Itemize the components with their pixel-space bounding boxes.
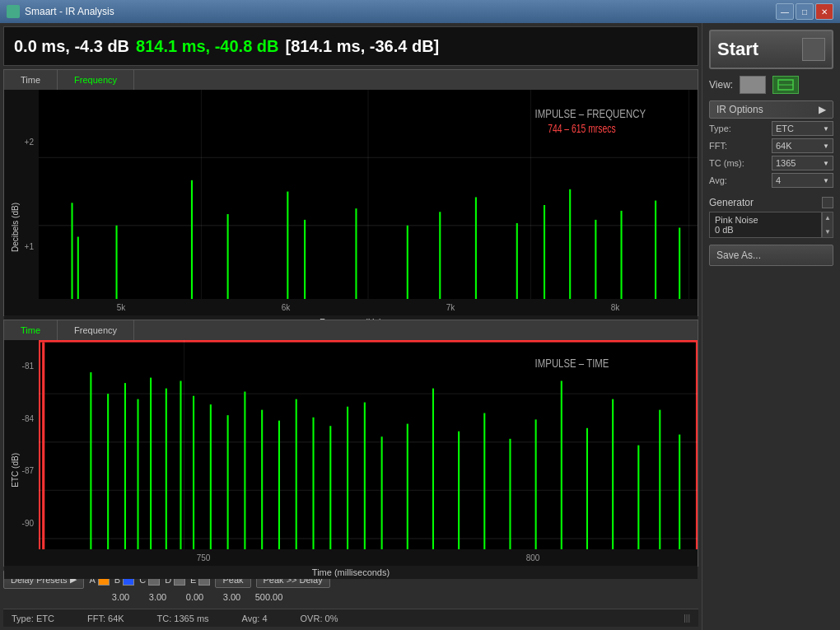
svg-text:744 – 615 mrsecs: 744 – 615 mrsecs: [548, 123, 615, 136]
svg-rect-17: [516, 223, 518, 299]
svg-rect-48: [296, 399, 297, 549]
start-button[interactable]: Start: [709, 30, 833, 69]
svg-text:IMPULSE – TIME: IMPULSE – TIME: [535, 356, 609, 370]
tc-arrow: ▼: [823, 160, 829, 167]
freq-y-label-2: +2: [25, 138, 34, 147]
preset-b-value: 3.00: [139, 592, 176, 602]
generator-scrollbar[interactable]: ▲ ▼: [822, 212, 833, 238]
fft-select[interactable]: 64K ▼: [772, 138, 833, 153]
window-controls: — □ ✕: [776, 3, 833, 20]
view-row: View:: [709, 76, 833, 94]
view-label: View:: [709, 79, 733, 91]
fft-arrow: ▼: [823, 142, 829, 150]
svg-rect-19: [569, 189, 571, 299]
minimize-button[interactable]: —: [776, 3, 794, 20]
svg-rect-16: [475, 197, 477, 299]
tc-label: TC (ms):: [709, 158, 744, 168]
type-value: ETC: [776, 124, 794, 133]
left-panel: 0.0 ms, -4.3 dB 814.1 ms, -40.8 dB [814.…: [0, 23, 702, 630]
freq-x-7k: 7k: [446, 303, 455, 312]
svg-rect-28: [39, 340, 698, 343]
svg-rect-8: [116, 226, 118, 299]
svg-rect-21: [620, 211, 622, 299]
ir-options-arrow: ▶: [819, 104, 826, 115]
preset-values-row: 3.00 3.00 0.00 3.00 500.00: [3, 592, 698, 602]
svg-rect-62: [612, 399, 614, 549]
svg-rect-10: [227, 214, 229, 299]
main-container: 0.0 ms, -4.3 dB 814.1 ms, -40.8 dB [814.…: [0, 23, 840, 630]
svg-rect-23: [679, 228, 680, 299]
view-white-button[interactable]: [740, 76, 766, 94]
svg-rect-27: [696, 340, 698, 549]
svg-rect-40: [166, 389, 167, 549]
preset-a-value: 3.00: [102, 592, 139, 602]
generator-db: 0 dB: [715, 225, 816, 235]
svg-rect-41: [180, 380, 181, 549]
time-y-81: -81: [22, 362, 34, 371]
svg-rect-58: [509, 439, 511, 549]
freq-chart-tabs: Time Frequency: [4, 70, 698, 90]
svg-rect-60: [561, 380, 562, 549]
svg-rect-44: [227, 415, 229, 549]
svg-rect-38: [137, 399, 138, 549]
status-avg: Avg: 4: [242, 614, 268, 623]
type-arrow: ▼: [823, 125, 829, 133]
freq-y-label-1: +1: [25, 242, 34, 251]
time-chart-area: IMPULSE – TIME: [39, 340, 698, 549]
freq-tab-time[interactable]: Time: [4, 70, 58, 90]
maximize-button[interactable]: □: [796, 3, 814, 20]
svg-rect-59: [535, 419, 537, 549]
freq-y-axis-title: Decibels (dB): [11, 203, 20, 252]
svg-rect-26: [39, 340, 40, 549]
svg-rect-64: [659, 410, 660, 549]
avg-select[interactable]: 4 ▼: [772, 173, 833, 188]
svg-rect-52: [364, 403, 366, 549]
svg-rect-50: [329, 426, 331, 549]
svg-rect-46: [261, 410, 263, 549]
tc-select[interactable]: 1365 ▼: [772, 156, 833, 170]
preset-d-value: 3.00: [213, 592, 250, 602]
freq-x-6k: 6k: [282, 303, 291, 312]
app-icon: [7, 5, 20, 18]
frequency-chart-container: Time Frequency +2 +1 Decibels (dB): [3, 69, 698, 316]
header-display: 0.0 ms, -4.3 dB 814.1 ms, -40.8 dB [814.…: [3, 26, 698, 66]
svg-rect-51: [347, 407, 348, 549]
right-panel: Start View: IR Options ▶ Type:: [702, 23, 840, 630]
generator-section: Generator Pink Noise 0 dB ▲ ▼: [709, 197, 833, 238]
status-fft: FFT: 64K: [87, 614, 124, 623]
svg-rect-47: [278, 421, 280, 549]
status-ovr: OVR: 0%: [301, 614, 338, 623]
view-green-button[interactable]: [772, 76, 799, 94]
svg-rect-13: [355, 208, 357, 299]
type-select[interactable]: ETC ▼: [772, 121, 833, 136]
option-avg-row: Avg: 4 ▼: [709, 173, 833, 188]
time-y-84: -84: [22, 414, 34, 423]
svg-rect-49: [312, 418, 314, 549]
fft-value: 64K: [776, 141, 792, 151]
generator-checkbox[interactable]: [822, 197, 833, 208]
svg-rect-36: [107, 394, 109, 549]
save-as-button[interactable]: Save As...: [709, 245, 833, 266]
header-value1: 0.0 ms, -4.3 dB: [14, 37, 129, 56]
preset-c-value: 0.00: [176, 592, 213, 602]
time-y-87: -87: [22, 466, 34, 475]
time-tab-time[interactable]: Time: [4, 320, 58, 340]
svg-rect-34: [42, 343, 44, 549]
svg-rect-37: [124, 383, 126, 549]
time-x-800: 800: [526, 553, 540, 562]
avg-value: 4: [776, 175, 781, 185]
freq-x-8k: 8k: [611, 303, 620, 312]
status-bar: Type: ETC FFT: 64K TC: 1365 ms Avg: 4 OV…: [3, 609, 698, 627]
generator-select[interactable]: Pink Noise 0 dB: [709, 212, 822, 238]
svg-rect-43: [210, 404, 212, 549]
ir-options-header[interactable]: IR Options ▶: [709, 100, 833, 119]
freq-tab-frequency[interactable]: Frequency: [58, 70, 134, 90]
window-title: Smaart - IR Analysis: [25, 6, 771, 17]
view-green-icon: [777, 79, 794, 91]
close-button[interactable]: ✕: [815, 3, 833, 20]
svg-rect-11: [287, 192, 288, 299]
time-tab-frequency[interactable]: Frequency: [58, 320, 134, 340]
svg-rect-14: [407, 226, 408, 299]
status-type: Type: ETC: [12, 614, 54, 623]
generator-label: Generator: [709, 197, 754, 208]
